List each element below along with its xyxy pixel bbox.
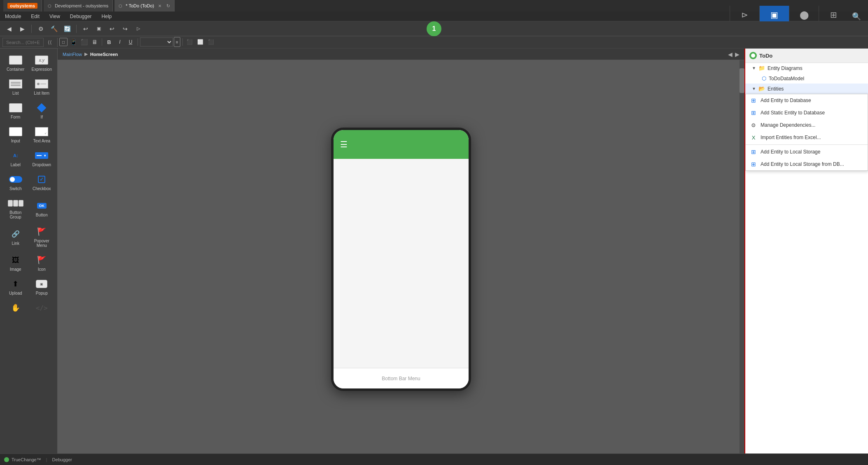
- search-input[interactable]: [2, 38, 44, 47]
- align-left-btn[interactable]: ⬛: [185, 37, 195, 47]
- input-icon: [8, 126, 23, 137]
- menu-view[interactable]: View: [48, 13, 62, 20]
- true-change-label: TrueChange™: [12, 457, 41, 462]
- ctx-add-entity-local-label: Add Entity to Local Storage: [761, 149, 820, 155]
- widget-dropdown[interactable]: ▼ Dropdown: [30, 147, 54, 170]
- widget-link-label: Link: [12, 241, 19, 246]
- widget-label[interactable]: A: Label: [3, 147, 28, 170]
- widget-switch[interactable]: Switch: [3, 171, 28, 193]
- breadcrumb-nav-right[interactable]: ▶: [735, 51, 740, 58]
- widget-button-group-label: Button Group: [5, 210, 26, 219]
- widget-upload[interactable]: ⬆ Upload: [3, 276, 28, 298]
- redo-btn[interactable]: ↪: [119, 23, 131, 35]
- style-apply-btn[interactable]: ≡: [174, 37, 180, 47]
- tree-todo-data-model[interactable]: ⬡ ToDoDataModel: [745, 73, 868, 84]
- menu-edit[interactable]: Edit: [29, 13, 41, 20]
- ctx-add-entity-db[interactable]: ⊞ Add Entity to Database: [746, 94, 868, 107]
- widget-link[interactable]: 🔗 Link: [3, 223, 28, 250]
- expression-icon: x.y: [34, 54, 49, 66]
- tool-btn-5[interactable]: ▷: [133, 23, 144, 35]
- widget-if[interactable]: If: [30, 100, 54, 122]
- tree-entity-diagrams[interactable]: ▼ 📁 Entity Diagrams: [745, 63, 868, 73]
- status-separator: |: [46, 457, 47, 462]
- ctx-add-static-entity-db[interactable]: ⊞ Add Static Entity to Database: [746, 107, 868, 119]
- italic-btn[interactable]: I: [115, 37, 125, 47]
- fmt-container-btn[interactable]: □: [59, 38, 68, 46]
- menu-bar: Module Edit View Debugger Help ⊳ Process…: [0, 12, 868, 21]
- tool-btn-2[interactable]: 🔄: [61, 23, 73, 35]
- icon-widget-icon: 🚩: [34, 254, 49, 266]
- menu-module[interactable]: Module: [3, 13, 23, 20]
- reload-icon[interactable]: ↻: [166, 3, 170, 9]
- tab-todo[interactable]: ⬡ * ToDo (ToDo) ✕ ↻: [114, 0, 175, 12]
- undo-btn[interactable]: ↩: [106, 23, 118, 35]
- tool-btn-3[interactable]: ↩: [80, 23, 91, 35]
- fmt-desktop-btn[interactable]: 🖥: [90, 37, 100, 47]
- widget-popup[interactable]: ▣ Popup: [30, 276, 54, 298]
- ctx-add-entity-local-db[interactable]: ⊞ Add Entity to Local Storage from DB...: [746, 158, 868, 170]
- tree-entities[interactable]: ▼ 📂 Entities: [745, 84, 868, 94]
- widget-code[interactable]: </>: [30, 300, 54, 317]
- widget-popover-menu[interactable]: 🚩 Popover Menu: [30, 223, 54, 250]
- fmt-phone-btn[interactable]: 📱: [68, 37, 78, 47]
- ctx-import-excel[interactable]: X Import Entities from Excel...: [746, 131, 868, 144]
- widget-dropdown-label: Dropdown: [32, 163, 51, 167]
- widget-icon-widget[interactable]: 🚩 Icon: [30, 252, 54, 274]
- textarea-icon: ↙: [34, 126, 49, 137]
- search-nav-icon: 🔍: [852, 12, 861, 21]
- widget-image[interactable]: 🖼 Image: [3, 252, 28, 274]
- tab-outsystems[interactable]: outsystems: [3, 0, 42, 12]
- widget-expression[interactable]: x.y Expression: [30, 52, 54, 74]
- settings-btn[interactable]: ⚙: [35, 23, 47, 35]
- widget-list-item[interactable]: List Item: [30, 76, 54, 98]
- widget-popup-label: Popup: [36, 291, 48, 295]
- breadcrumb-nav-left[interactable]: ◀: [728, 51, 733, 58]
- widget-textarea[interactable]: ↙ Text Area: [30, 123, 54, 146]
- bold-btn[interactable]: B: [104, 37, 114, 47]
- switch-icon: [8, 174, 23, 185]
- widget-list[interactable]: List: [3, 76, 28, 98]
- collapse-btn[interactable]: ⟨⟨: [46, 39, 54, 46]
- style-select[interactable]: [140, 37, 173, 46]
- canvas-scrollbar[interactable]: [740, 60, 744, 453]
- forward-btn[interactable]: ▶: [16, 23, 28, 35]
- widget-image-label: Image: [10, 267, 21, 272]
- list-item-icon-shape: [35, 79, 48, 88]
- align-center-btn[interactable]: ⬜: [196, 37, 205, 47]
- true-change-status: TrueChange™: [4, 457, 41, 462]
- tree-dot: [751, 53, 755, 58]
- tool-btn-1[interactable]: 🔨: [48, 23, 60, 35]
- tab-development[interactable]: ⬡ Development - outsystems: [44, 0, 113, 12]
- notification-badge[interactable]: 1: [427, 21, 441, 36]
- align-right-btn[interactable]: ⬛: [206, 37, 216, 47]
- canvas-scrollbar-thumb[interactable]: [740, 68, 744, 93]
- link-icon: 🔗: [8, 228, 23, 240]
- second-toolbar: ⟨⟨ □ 📱 ⬛ 🖥 B I U ≡ ⬛ ⬜ ⬛: [0, 36, 868, 49]
- top-nav: ⊳ Processes ▣ Interface ⬤ Logic ⊞ Data 🔍: [730, 12, 865, 21]
- back-btn[interactable]: ◀: [3, 23, 15, 35]
- right-panel: ToDo ▼ 📁 Entity Diagrams ⬡ ToDoDataModel…: [744, 49, 868, 453]
- menu-debugger[interactable]: Debugger: [68, 13, 93, 20]
- breadcrumb-parent-link[interactable]: MainFlow: [63, 52, 82, 57]
- widget-misc[interactable]: ✋: [3, 300, 28, 317]
- widget-checkbox[interactable]: ✓ Checkbox: [30, 171, 54, 193]
- debugger-label[interactable]: Debugger: [52, 457, 72, 462]
- ctx-add-entity-local[interactable]: ⊞ Add Entity to Local Storage: [746, 146, 868, 158]
- fmt-tablet-btn[interactable]: ⬛: [79, 37, 89, 47]
- phone-topbar: ☰: [334, 130, 469, 159]
- menu-help[interactable]: Help: [100, 13, 114, 20]
- widget-form[interactable]: Form: [3, 100, 28, 122]
- close-icon[interactable]: ✕: [158, 4, 161, 8]
- widget-if-label: If: [40, 115, 43, 119]
- format-toolbar: □ 📱 ⬛ 🖥 B I U ≡ ⬛ ⬜ ⬛: [58, 36, 868, 49]
- widget-button-group[interactable]: Button Group: [3, 195, 28, 222]
- underline-btn[interactable]: U: [126, 37, 135, 47]
- widget-container[interactable]: Container: [3, 52, 28, 74]
- checkmark-icon: ✓: [40, 177, 44, 182]
- ctx-manage-deps-label: Manage Dependencies...: [761, 122, 815, 128]
- ctx-manage-deps[interactable]: ⚙ Manage Dependencies...: [746, 119, 868, 131]
- tool-btn-4[interactable]: ▣: [93, 23, 105, 35]
- widget-input-label: Input: [11, 139, 20, 143]
- widget-button[interactable]: OK Button: [30, 195, 54, 222]
- widget-input[interactable]: Input: [3, 123, 28, 146]
